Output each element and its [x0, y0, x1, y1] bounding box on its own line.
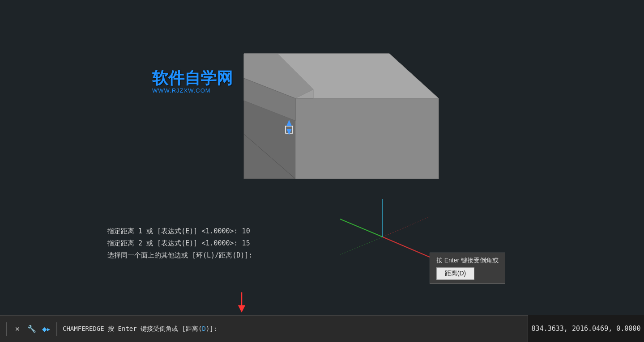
diamond-icon-button[interactable]: ◆▸	[40, 323, 52, 335]
coordinate-value: 834.3633, 2016.0469, 0.0000	[532, 325, 641, 333]
diamond-icon: ◆▸	[42, 325, 50, 333]
3d-canvas	[0, 0, 644, 315]
close-button[interactable]: ✕	[12, 323, 23, 335]
wrench-button[interactable]: 🔧	[26, 323, 38, 335]
watermark-chinese: 软件自学网	[152, 69, 233, 87]
main-viewport: 软件自学网 WWW.RJZXW.COM 指定距离 1 或 [表达式(E)] <1…	[0, 0, 644, 315]
wrench-icon: 🔧	[27, 325, 36, 333]
watermark: 软件自学网 WWW.RJZXW.COM	[152, 69, 233, 94]
svg-marker-4	[295, 98, 439, 179]
command-line-1: 指定距离 1 或 [表达式(E)] <1.0000>: 10	[107, 225, 252, 237]
command-text: CHAMFEREDGE 按 Enter 键接受倒角或 [距离(D)]:	[63, 325, 217, 333]
coordinate-display: 834.3633, 2016.0469, 0.0000	[528, 315, 644, 342]
status-left-controls: ✕ 🔧 ◆▸	[0, 322, 59, 336]
distance-button[interactable]: 距离(D)	[436, 267, 474, 280]
svg-marker-18	[238, 305, 245, 312]
separator-2	[56, 322, 57, 336]
command-line-3: 选择同一个面上的其他边或 [环(L)/距离(D)]:	[107, 249, 252, 262]
tooltip-panel: 按 Enter 键接受倒角或 距离(D)	[430, 253, 505, 284]
command-history: 指定距离 1 或 [表达式(E)] <1.0000>: 10 指定距离 2 或 …	[107, 225, 252, 262]
close-icon: ✕	[15, 325, 20, 333]
command-line-2: 指定距离 2 或 [表达式(E)] <1.0000>: 15	[107, 237, 252, 249]
watermark-english: WWW.RJZXW.COM	[152, 87, 233, 94]
tooltip-text: 按 Enter 键接受倒角或	[436, 257, 499, 265]
status-bar: ✕ 🔧 ◆▸ CHAMFEREDGE 按 Enter 键接受倒角或 [距离(D)…	[0, 315, 644, 342]
arrow-indicator	[228, 290, 255, 314]
separator-1	[6, 322, 7, 336]
